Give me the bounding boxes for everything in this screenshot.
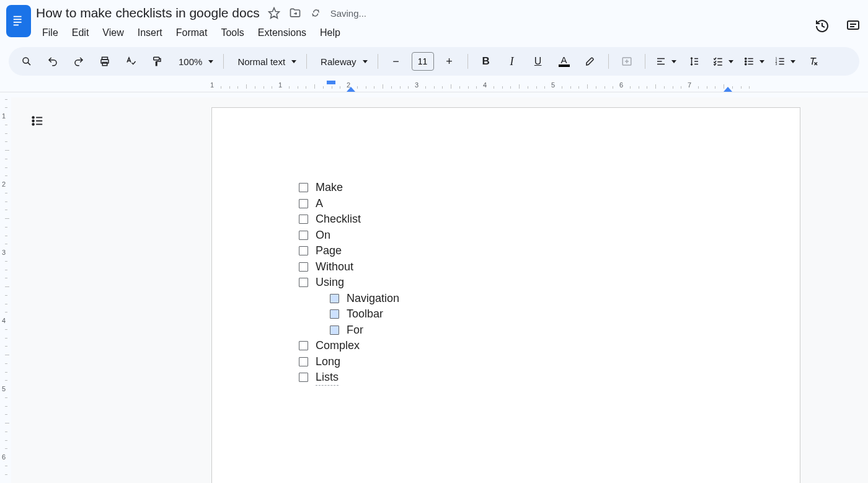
menu-format[interactable]: Format <box>170 25 214 41</box>
checkbox-icon[interactable] <box>299 341 308 350</box>
text-color-icon[interactable]: A <box>552 52 576 71</box>
checkbox-icon[interactable] <box>299 357 308 366</box>
menu-file[interactable]: File <box>36 25 64 41</box>
align-dropdown[interactable] <box>652 52 680 71</box>
document-title[interactable]: How to make checklists in google docs <box>36 6 260 20</box>
checklist-item[interactable]: Checklist <box>299 211 399 228</box>
vruler-tick <box>5 372 7 373</box>
font-size-increase[interactable]: + <box>438 52 461 71</box>
toolbar: 100% Normal text Raleway − + B I U A 123 <box>9 47 859 76</box>
bulleted-list-dropdown[interactable] <box>740 52 768 71</box>
checklist-item[interactable]: Make <box>299 180 399 196</box>
vruler-tick <box>5 423 9 423</box>
line-spacing-icon[interactable] <box>683 52 706 71</box>
underline-icon[interactable]: U <box>526 52 550 71</box>
checklist-item[interactable]: Long <box>299 354 399 370</box>
checklist-item-text[interactable]: Checklist <box>316 211 361 227</box>
checklist-item-text[interactable]: Complex <box>316 338 360 353</box>
highlight-color-icon[interactable] <box>578 52 602 71</box>
checkbox-icon[interactable] <box>299 278 308 287</box>
checklist-item-text[interactable]: Long <box>316 354 340 370</box>
checklist-item[interactable]: Using <box>299 275 399 291</box>
checkbox-icon[interactable] <box>330 294 339 303</box>
font-size-input[interactable] <box>412 52 434 71</box>
first-line-indent-icon[interactable] <box>327 81 335 84</box>
checkbox-icon[interactable] <box>299 262 308 272</box>
font-dropdown[interactable]: Raleway <box>313 52 371 71</box>
spellcheck-icon[interactable] <box>119 52 143 71</box>
checklist-item[interactable]: On <box>299 228 399 244</box>
docs-logo-icon[interactable] <box>6 5 31 37</box>
vruler-label: 5 <box>2 385 6 392</box>
ruler-label: 1 <box>210 81 214 89</box>
vertical-ruler[interactable]: 123456 <box>0 97 11 483</box>
checklist-item[interactable]: A <box>299 196 399 212</box>
checklist-item-text[interactable]: A <box>316 196 323 211</box>
zoom-dropdown[interactable]: 100% <box>171 52 217 71</box>
italic-icon[interactable]: I <box>500 52 524 71</box>
comments-icon[interactable] <box>843 16 863 36</box>
menu-help[interactable]: Help <box>314 25 347 41</box>
checklist-item-text[interactable]: Make <box>316 180 343 195</box>
ruler-tick <box>314 84 315 89</box>
vruler-tick <box>5 466 7 466</box>
undo-icon[interactable] <box>41 52 64 71</box>
checklist-item-text[interactable]: Toolbar <box>347 306 383 322</box>
horizontal-ruler[interactable]: 11234567 <box>0 79 868 92</box>
checklist-item-text[interactable]: Navigation <box>347 291 399 306</box>
history-icon[interactable] <box>812 16 832 36</box>
menu-insert[interactable]: Insert <box>131 25 169 41</box>
menu-tools[interactable]: Tools <box>215 25 250 41</box>
vruler-tick <box>5 133 7 134</box>
svg-point-42 <box>32 120 34 122</box>
checklist-item[interactable]: Lists <box>299 370 399 386</box>
document-page[interactable]: MakeAChecklistOnPageWithoutUsingNavigati… <box>211 107 800 483</box>
checklist-item[interactable]: Without <box>299 259 399 275</box>
checkbox-icon[interactable] <box>299 183 308 192</box>
paint-format-icon[interactable] <box>145 52 169 71</box>
font-size-decrease[interactable]: − <box>384 52 408 71</box>
styles-dropdown[interactable]: Normal text <box>230 52 300 71</box>
checklist-item[interactable]: For <box>330 322 399 339</box>
checkbox-icon[interactable] <box>330 309 339 319</box>
ruler-tick <box>459 86 460 89</box>
move-folder-icon[interactable] <box>288 6 302 20</box>
vruler-tick <box>5 150 9 151</box>
document-content[interactable]: MakeAChecklistOnPageWithoutUsingNavigati… <box>299 180 399 386</box>
print-icon[interactable] <box>93 52 117 71</box>
insert-image-icon[interactable] <box>615 52 639 71</box>
checkbox-icon[interactable] <box>299 215 308 224</box>
bold-icon[interactable]: B <box>474 52 498 71</box>
numbered-list-dropdown[interactable]: 123 <box>771 52 799 71</box>
checkbox-icon[interactable] <box>299 231 308 240</box>
menu-view[interactable]: View <box>96 25 130 41</box>
checkbox-icon[interactable] <box>299 373 308 382</box>
checkbox-icon[interactable] <box>299 199 308 208</box>
right-indent-icon[interactable] <box>724 87 732 92</box>
checklist-item[interactable]: Navigation <box>330 291 399 307</box>
checklist-dropdown[interactable] <box>709 52 737 71</box>
ruler-tick <box>255 86 255 89</box>
ruler-tick <box>707 86 707 89</box>
cloud-status-icon[interactable] <box>309 6 323 20</box>
checklist-item[interactable]: Page <box>299 243 399 259</box>
checklist-item-text[interactable]: Without <box>316 259 353 275</box>
checklist-item[interactable]: Toolbar <box>330 306 399 322</box>
outline-toggle-icon[interactable] <box>29 112 46 130</box>
checkbox-icon[interactable] <box>330 326 339 335</box>
checkbox-icon[interactable] <box>299 246 308 255</box>
checklist-item-text[interactable]: Lists <box>316 370 339 386</box>
clear-formatting-icon[interactable] <box>802 52 825 71</box>
ruler-tick <box>724 84 724 89</box>
checklist-item-text[interactable]: For <box>347 322 363 338</box>
menu-edit[interactable]: Edit <box>66 25 95 41</box>
checklist-item-text[interactable]: Using <box>316 275 344 290</box>
search-icon[interactable] <box>15 52 38 71</box>
vruler-tick <box>5 167 7 168</box>
menu-extensions[interactable]: Extensions <box>252 25 312 41</box>
star-icon[interactable] <box>267 6 281 20</box>
checklist-item[interactable]: Complex <box>299 338 399 354</box>
checklist-item-text[interactable]: Page <box>316 243 342 259</box>
checklist-item-text[interactable]: On <box>316 228 330 243</box>
redo-icon[interactable] <box>67 52 91 71</box>
